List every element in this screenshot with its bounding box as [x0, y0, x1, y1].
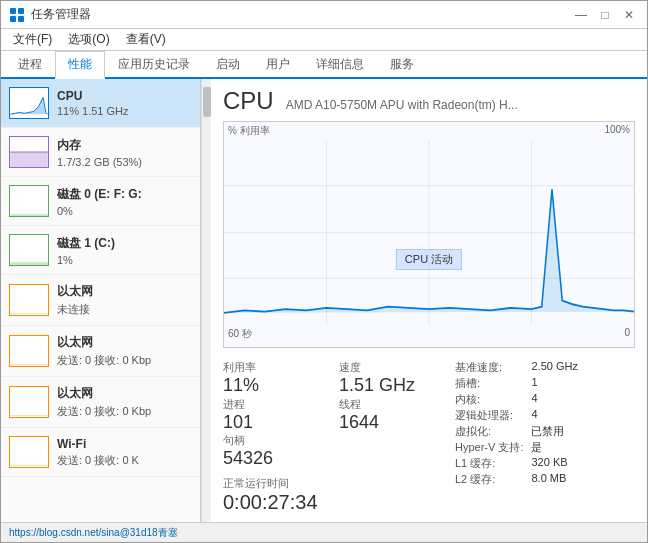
wifi-graph-thumbnail: [9, 436, 49, 468]
eth3-graph-thumbnail: [9, 386, 49, 418]
virtualization-value: 已禁用: [531, 424, 635, 439]
hyperv-value: 是: [531, 440, 635, 455]
threads-label: 线程: [339, 397, 443, 412]
sidebar-item-eth2[interactable]: 以太网 发送: 0 接收: 0 Kbp: [1, 326, 200, 377]
chart-x-end: 0: [624, 327, 630, 341]
tab-users[interactable]: 用户: [253, 51, 303, 77]
disk1-sidebar-value: 1%: [57, 254, 192, 266]
svg-rect-1: [18, 8, 24, 14]
mem-sidebar-value: 1.7/3.2 GB (53%): [57, 156, 192, 168]
logical-processors-label: 逻辑处理器:: [455, 408, 523, 423]
svg-rect-2: [10, 16, 16, 22]
sidebar-item-eth3[interactable]: 以太网 发送: 0 接收: 0 Kbp: [1, 377, 200, 428]
eth3-sidebar-value: 发送: 0 接收: 0 Kbp: [57, 404, 192, 419]
tab-performance[interactable]: 性能: [55, 51, 105, 79]
stats-left-panel: 利用率 11% 速度 1.51 GHz 进程 101 线程: [223, 360, 443, 514]
cpu-graph-thumbnail: [9, 87, 49, 119]
status-bar: https://blog.csdn.net/sina@31d18青塞: [1, 522, 647, 542]
svg-rect-9: [10, 364, 48, 365]
disk1-sidebar-info: 磁盘 1 (C:) 1%: [57, 235, 192, 266]
maximize-button[interactable]: □: [595, 5, 615, 25]
eth3-sidebar-name: 以太网: [57, 385, 192, 402]
eth1-graph-thumbnail: [9, 284, 49, 316]
task-manager-window: 任务管理器 — □ ✕ 文件(F) 选项(O) 查看(V) 进程 性能 应用历史…: [0, 0, 648, 543]
tab-app-history[interactable]: 应用历史记录: [105, 51, 203, 77]
tab-services[interactable]: 服务: [377, 51, 427, 77]
minimize-button[interactable]: —: [571, 5, 591, 25]
svg-rect-0: [10, 8, 16, 14]
disk0-graph-thumbnail: [9, 185, 49, 217]
uptime-label: 正常运行时间: [223, 476, 443, 491]
sidebar-item-disk0[interactable]: 磁盘 0 (E: F: G: 0%: [1, 177, 200, 226]
hyperv-label: Hyper-V 支持:: [455, 440, 523, 455]
virtualization-label: 虚拟化:: [455, 424, 523, 439]
cpu-sidebar-value: 11% 1.51 GHz: [57, 105, 192, 117]
svg-rect-10: [10, 415, 48, 416]
disk0-sidebar-info: 磁盘 0 (E: F: G: 0%: [57, 186, 192, 217]
uptime-value: 0:00:27:34: [223, 491, 443, 514]
sidebar-item-eth1[interactable]: 以太网 未连接: [1, 275, 200, 326]
cpu-chart-container: % 利用率 100% CPU 活动: [223, 121, 635, 348]
sidebar-scrollbar[interactable]: [201, 79, 211, 522]
sidebar-item-cpu[interactable]: CPU 11% 1.51 GHz: [1, 79, 200, 128]
tab-details[interactable]: 详细信息: [303, 51, 377, 77]
menu-file[interactable]: 文件(F): [5, 29, 60, 50]
processes-value: 101: [223, 412, 327, 434]
tab-processes[interactable]: 进程: [5, 51, 55, 77]
threads-stat: 线程 1644: [339, 397, 443, 434]
svg-rect-4: [10, 152, 48, 167]
menu-options[interactable]: 选项(O): [60, 29, 117, 50]
chart-top-labels: % 利用率 100%: [224, 122, 634, 140]
chart-area: CPU 活动: [224, 140, 634, 325]
logical-processors-value: 4: [531, 408, 635, 423]
eth2-graph-thumbnail: [9, 335, 49, 367]
chart-center-label: CPU 活动: [396, 249, 462, 270]
utilization-label: 利用率: [223, 360, 327, 375]
handles-label: 句柄: [223, 433, 327, 448]
right-stats-grid: 基准速度: 2.50 GHz 插槽: 1 内核: 4 逻辑处理器: 4 虚拟化:…: [455, 360, 635, 487]
processes-stat: 进程 101: [223, 397, 327, 434]
speed-value: 1.51 GHz: [339, 375, 443, 397]
eth2-sidebar-info: 以太网 发送: 0 接收: 0 Kbp: [57, 334, 192, 368]
handles-stat: 句柄 54326: [223, 433, 327, 470]
window-title: 任务管理器: [31, 6, 91, 23]
eth3-sidebar-info: 以太网 发送: 0 接收: 0 Kbp: [57, 385, 192, 419]
status-text: https://blog.csdn.net/sina@31d18青塞: [9, 526, 178, 540]
content-sub-title: AMD A10-5750M APU with Radeon(tm) H...: [286, 98, 518, 112]
eth2-sidebar-value: 发送: 0 接收: 0 Kbp: [57, 353, 192, 368]
l2-label: L2 缓存:: [455, 472, 523, 487]
menu-bar: 文件(F) 选项(O) 查看(V): [1, 29, 647, 51]
disk1-sidebar-name: 磁盘 1 (C:): [57, 235, 192, 252]
utilization-stat: 利用率 11%: [223, 360, 327, 397]
handles-value: 54326: [223, 448, 327, 470]
svg-rect-3: [18, 16, 24, 22]
cpu-sidebar-name: CPU: [57, 89, 192, 103]
content-title: CPU AMD A10-5750M APU with Radeon(tm) H.…: [223, 87, 635, 115]
svg-rect-11: [10, 465, 48, 466]
l2-value: 8.0 MB: [531, 472, 635, 487]
sidebar-item-disk1[interactable]: 磁盘 1 (C:) 1%: [1, 226, 200, 275]
title-bar-left: 任务管理器: [9, 6, 91, 23]
close-button[interactable]: ✕: [619, 5, 639, 25]
title-bar: 任务管理器 — □ ✕: [1, 1, 647, 29]
socket-value: 1: [531, 376, 635, 391]
socket-label: 插槽:: [455, 376, 523, 391]
utilization-value: 11%: [223, 375, 327, 397]
app-icon: [9, 7, 25, 23]
stats-grid: 利用率 11% 速度 1.51 GHz 进程 101 线程: [223, 360, 443, 470]
tab-startup[interactable]: 启动: [203, 51, 253, 77]
l1-label: L1 缓存:: [455, 456, 523, 471]
base-speed-value: 2.50 GHz: [531, 360, 635, 375]
sidebar-item-memory[interactable]: 内存 1.7/3.2 GB (53%): [1, 128, 200, 177]
sidebar-item-wifi[interactable]: Wi-Fi 发送: 0 接收: 0 K: [1, 428, 200, 477]
wifi-sidebar-info: Wi-Fi 发送: 0 接收: 0 K: [57, 437, 192, 468]
cpu-sidebar-info: CPU 11% 1.51 GHz: [57, 89, 192, 117]
chart-y-label: % 利用率: [228, 124, 270, 138]
content-main-title: CPU: [223, 87, 274, 115]
main-area: CPU 11% 1.51 GHz 内存 1.7/3.2 GB (53%): [1, 79, 647, 522]
uptime-stat: 正常运行时间 0:00:27:34: [223, 476, 443, 514]
stats-area: 利用率 11% 速度 1.51 GHz 进程 101 线程: [223, 360, 635, 514]
menu-view[interactable]: 查看(V): [118, 29, 174, 50]
cpu-chart-svg: [224, 140, 634, 325]
svg-rect-6: [10, 214, 48, 216]
